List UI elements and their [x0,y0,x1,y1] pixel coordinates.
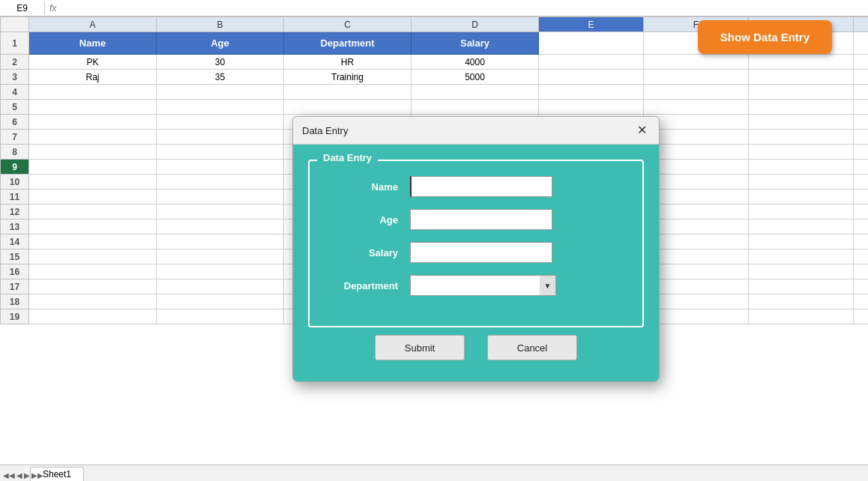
submit-button[interactable]: Submit [375,335,465,360]
cell-A16[interactable] [29,264,157,279]
cell-G11[interactable] [749,190,854,205]
cell-A9[interactable] [29,160,157,175]
cell-B15[interactable] [157,249,284,264]
cell-H14[interactable] [854,235,869,249]
cell-D5[interactable] [412,100,539,115]
cell-H7[interactable] [854,130,869,145]
cell-B1[interactable]: Age [157,32,284,55]
cell-H3[interactable] [854,70,869,85]
cell-H16[interactable] [854,264,869,279]
sheet-nav-last[interactable]: ▶▶ [31,471,43,480]
cell-B19[interactable] [157,309,284,324]
cell-H10[interactable] [854,175,869,190]
cell-H2[interactable] [854,55,869,70]
cell-G6[interactable] [749,115,854,130]
cell-G12[interactable] [749,205,854,220]
cell-H9[interactable] [854,160,869,175]
cell-D1[interactable]: Salary [412,32,539,55]
cell-G17[interactable] [749,279,854,294]
cell-B2[interactable]: 30 [157,55,284,70]
cell-H15[interactable] [854,249,869,264]
cell-G16[interactable] [749,264,854,279]
col-header-d[interactable]: D [412,17,539,32]
cell-A15[interactable] [29,249,157,264]
sheet-nav-prev[interactable]: ◀ [16,471,22,480]
cell-H4[interactable] [854,85,869,100]
cell-E5[interactable] [539,100,644,115]
cell-A18[interactable] [29,294,157,309]
cell-D3[interactable]: 5000 [412,70,539,85]
cell-B10[interactable] [157,175,284,190]
cancel-button[interactable]: Cancel [487,335,577,360]
show-data-entry-button[interactable]: Show Data Entry [698,20,832,54]
cell-A5[interactable] [29,100,157,115]
cell-H6[interactable] [854,115,869,130]
cell-B8[interactable] [157,145,284,160]
cell-G15[interactable] [749,249,854,264]
cell-H5[interactable] [854,100,869,115]
cell-D4[interactable] [412,85,539,100]
cell-E3[interactable] [539,70,644,85]
cell-H11[interactable] [854,190,869,205]
cell-H19[interactable] [854,309,869,324]
cell-F2[interactable] [644,55,749,70]
cell-A6[interactable] [29,115,157,130]
cell-G19[interactable] [749,309,854,324]
col-header-b[interactable]: B [157,17,284,32]
cell-A4[interactable] [29,85,157,100]
cell-G10[interactable] [749,175,854,190]
salary-input[interactable] [410,242,552,263]
cell-A8[interactable] [29,145,157,160]
cell-C3[interactable]: Training [284,70,412,85]
cell-B12[interactable] [157,205,284,220]
age-input[interactable] [410,209,552,230]
cell-F4[interactable] [644,85,749,100]
cell-H12[interactable] [854,205,869,220]
cell-A10[interactable] [29,175,157,190]
cell-A19[interactable] [29,309,157,324]
cell-A11[interactable] [29,190,157,205]
cell-B5[interactable] [157,100,284,115]
cell-B16[interactable] [157,264,284,279]
sheet-nav-next[interactable]: ▶ [24,471,30,480]
cell-B11[interactable] [157,190,284,205]
cell-B17[interactable] [157,279,284,294]
cell-C5[interactable] [284,100,412,115]
cell-B14[interactable] [157,235,284,249]
cell-A2[interactable]: PK [29,55,157,70]
cell-A7[interactable] [29,130,157,145]
cell-E2[interactable] [539,55,644,70]
cell-A1[interactable]: Name [29,32,157,55]
cell-B3[interactable]: 35 [157,70,284,85]
cell-B13[interactable] [157,220,284,235]
cell-F3[interactable] [644,70,749,85]
cell-A12[interactable] [29,205,157,220]
cell-G13[interactable] [749,220,854,235]
cell-B7[interactable] [157,130,284,145]
name-input[interactable] [410,176,552,197]
cell-B4[interactable] [157,85,284,100]
department-select[interactable]: HR Training [410,275,556,296]
cell-G7[interactable] [749,130,854,145]
cell-H17[interactable] [854,279,869,294]
col-header-a[interactable]: A [29,17,157,32]
cell-H13[interactable] [854,220,869,235]
cell-H18[interactable] [854,294,869,309]
cell-C2[interactable]: HR [284,55,412,70]
col-header-c[interactable]: C [284,17,412,32]
cell-G3[interactable] [749,70,854,85]
cell-A3[interactable]: Raj [29,70,157,85]
dialog-close-button[interactable]: ✕ [634,123,650,138]
cell-E4[interactable] [539,85,644,100]
cell-B6[interactable] [157,115,284,130]
cell-E1[interactable] [539,32,644,55]
cell-D2[interactable]: 4000 [412,55,539,70]
col-header-h[interactable]: H [854,17,869,32]
cell-A13[interactable] [29,220,157,235]
cell-C4[interactable] [284,85,412,100]
cell-G4[interactable] [749,85,854,100]
cell-B9[interactable] [157,160,284,175]
sheet-nav-first[interactable]: ◀◀ [3,471,15,480]
cell-B18[interactable] [157,294,284,309]
cell-F5[interactable] [644,100,749,115]
